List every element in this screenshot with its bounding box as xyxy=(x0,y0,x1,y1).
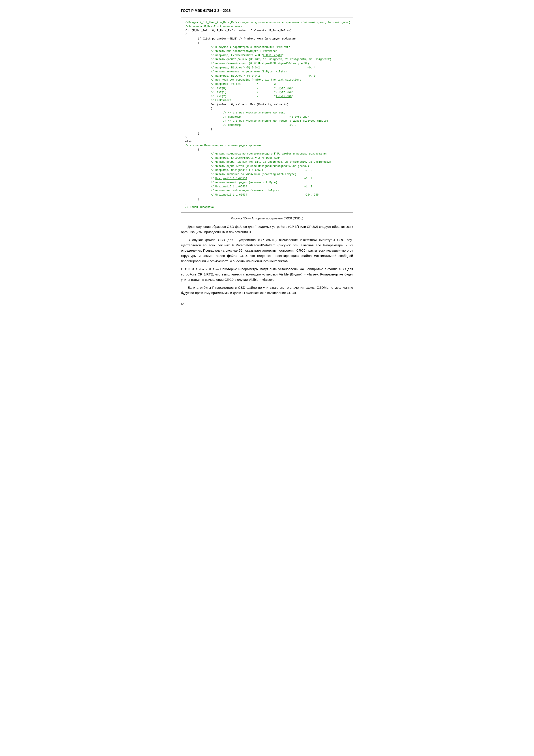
figure-caption: Рисунок 55 — Алгоритм построения CRC0 (G… xyxy=(181,217,353,220)
code-block: //Каждая F_Ext_User_Prm_Data_Ref(x) одна… xyxy=(181,17,353,213)
paragraph-1: Для получения образцов GSD файлов для F-… xyxy=(181,224,353,235)
paragraph-3: Если атрибуты F-параметров в GSD файле н… xyxy=(181,285,353,296)
paragraph-2: В случае файла GSD для F-устройства (CP … xyxy=(181,237,353,264)
note: П р и м е ч а н и е — Некоторые F-параме… xyxy=(181,266,353,282)
page-header: ГОСТ Р МЭК 61784-3-3—2016 xyxy=(181,9,353,13)
page-number: 66 xyxy=(181,302,353,306)
note-label: П р и м е ч а н и е xyxy=(181,267,215,271)
